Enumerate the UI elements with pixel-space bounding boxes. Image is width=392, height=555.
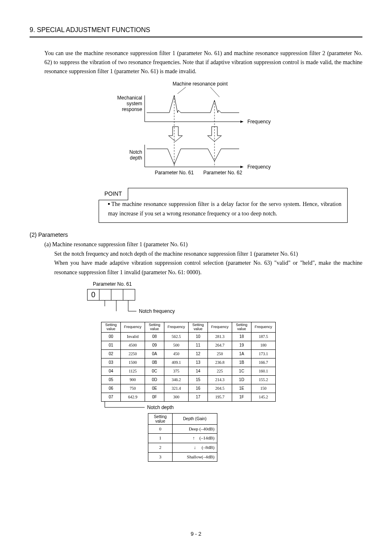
table-cell: Shallow(–4dB) xyxy=(173,452,217,462)
table-cell: 250 xyxy=(208,349,232,358)
svg-line-1 xyxy=(210,87,219,97)
table-cell: 145.2 xyxy=(251,393,276,401)
notch-frequency-table: Settingvalue Frequency Settingvalue Freq… xyxy=(101,322,276,402)
svg-line-0 xyxy=(178,87,186,94)
table-cell: 05 xyxy=(101,375,121,384)
table-cell: 264.7 xyxy=(208,341,232,349)
table-cell: 18 xyxy=(232,332,251,341)
table-cell: 900 xyxy=(121,375,145,384)
table-cell: 09 xyxy=(145,341,164,349)
table-cell: 13 xyxy=(189,358,208,367)
resonance-diagram: Machine resonance point Frequency Mechan… xyxy=(104,81,288,182)
table-cell: 0F xyxy=(145,393,164,401)
table-cell: 1 xyxy=(148,434,173,443)
svg-text:depth: depth xyxy=(130,155,142,161)
parameter-block: Parameter No. 61 0 Notch frequency xyxy=(87,280,362,462)
register-digit-3 xyxy=(123,289,135,300)
svg-text:system: system xyxy=(127,101,142,106)
table-cell: 12 xyxy=(189,349,208,358)
table-cell: 1F xyxy=(232,393,251,401)
sub-a-heading: (a) Machine resonance suppression filter… xyxy=(44,240,362,249)
table-cell: 1A xyxy=(232,349,251,358)
table-cell: 1E xyxy=(232,384,251,393)
svg-text:Parameter No. 62: Parameter No. 62 xyxy=(203,170,242,176)
table-cell: 500 xyxy=(164,341,189,349)
intro-paragraph: You can use the machine resonance suppre… xyxy=(44,49,362,76)
section-title: 9. SPECIAL ADJUSTMENT FUNCTIONS xyxy=(30,25,362,37)
table-cell: 450 xyxy=(164,349,189,358)
table-cell: 0C xyxy=(145,367,164,375)
table-cell: 3 xyxy=(148,452,173,462)
register: 0 xyxy=(87,289,135,301)
table-cell: 750 xyxy=(121,384,145,393)
table-cell: 225 xyxy=(208,367,232,375)
table-cell: 281.3 xyxy=(208,332,232,341)
table-cell: 300 xyxy=(164,393,189,401)
sub-a-body-2: When you have made adaptive vibration su… xyxy=(54,259,362,277)
point-label: POINT xyxy=(99,188,128,200)
table-cell: 14 xyxy=(189,367,208,375)
svg-marker-4 xyxy=(240,120,243,123)
table-cell: 346.2 xyxy=(164,375,189,384)
point-box: POINT The machine resonance suppression … xyxy=(99,188,348,223)
table-cell: 0D xyxy=(145,375,164,384)
table-cell: 1D xyxy=(232,375,251,384)
table-cell: 187.5 xyxy=(251,332,276,341)
table-cell: 00 xyxy=(101,332,121,341)
svg-text:Frequency: Frequency xyxy=(247,119,271,125)
table-cell: Deep (–40dB) xyxy=(173,424,217,434)
svg-text:Notch frequency: Notch frequency xyxy=(139,308,175,314)
table-cell: 16 xyxy=(189,384,208,393)
svg-marker-13 xyxy=(240,166,243,168)
svg-text:Frequency: Frequency xyxy=(247,164,271,170)
table-cell: ↑ (–14dB) xyxy=(173,434,217,443)
table-cell: 173.1 xyxy=(251,349,276,358)
svg-text:Notch: Notch xyxy=(129,149,142,155)
table-cell: 562.5 xyxy=(164,332,189,341)
svg-text:Mechanical: Mechanical xyxy=(117,95,142,101)
svg-text:Parameter No. 61: Parameter No. 61 xyxy=(155,170,194,176)
table-cell: 10 xyxy=(189,332,208,341)
table-cell: 17 xyxy=(189,393,208,401)
table-cell: 150 xyxy=(251,384,276,393)
table-cell: 375 xyxy=(164,367,189,375)
notch-depth-table: Settingvalue Depth (Gain) 0Deep (–40dB)1… xyxy=(148,413,217,462)
table-cell: 03 xyxy=(101,358,121,367)
table-cell: 236.8 xyxy=(208,358,232,367)
svg-text:response: response xyxy=(122,106,143,112)
register-digit-1 xyxy=(99,289,111,300)
hdr-setting: Settingvalue xyxy=(101,322,121,333)
table-cell: 4500 xyxy=(121,341,145,349)
table-cell: 166.7 xyxy=(251,358,276,367)
table-cell: 642.9 xyxy=(121,393,145,401)
table-cell: 15 xyxy=(189,375,208,384)
table-cell: 11 xyxy=(189,341,208,349)
table-cell: 214.3 xyxy=(208,375,232,384)
table-cell: 0B xyxy=(145,358,164,367)
table-cell: 195.7 xyxy=(208,393,232,401)
table-cell: 07 xyxy=(101,393,121,401)
table-cell: 06 xyxy=(101,384,121,393)
param-title: Parameter No. 61 xyxy=(93,280,362,288)
hdr-freq: Frequency xyxy=(121,322,145,333)
register-digit-2 xyxy=(111,289,123,300)
table-cell: 04 xyxy=(101,367,121,375)
table-cell: 180 xyxy=(251,341,276,349)
table-cell: 1B xyxy=(232,358,251,367)
table-cell: 321.4 xyxy=(164,384,189,393)
table-cell: 08 xyxy=(145,332,164,341)
bullet-icon xyxy=(108,203,110,205)
table-cell: 155.2 xyxy=(251,375,276,384)
table-cell: Invalid xyxy=(121,332,145,341)
table-cell: 1125 xyxy=(121,367,145,375)
svg-text:Notch depth: Notch depth xyxy=(147,405,174,410)
table-cell: 160.1 xyxy=(251,367,276,375)
table-cell: 204.5 xyxy=(208,384,232,393)
register-digit-0: 0 xyxy=(88,289,99,300)
table-cell: 0 xyxy=(148,424,173,434)
table-cell: ↓ (–8dB) xyxy=(173,443,217,453)
point-text: The machine resonance suppression filter… xyxy=(108,201,341,216)
table-cell: 0E xyxy=(145,384,164,393)
table-cell: 1C xyxy=(232,367,251,375)
table-cell: 2250 xyxy=(121,349,145,358)
